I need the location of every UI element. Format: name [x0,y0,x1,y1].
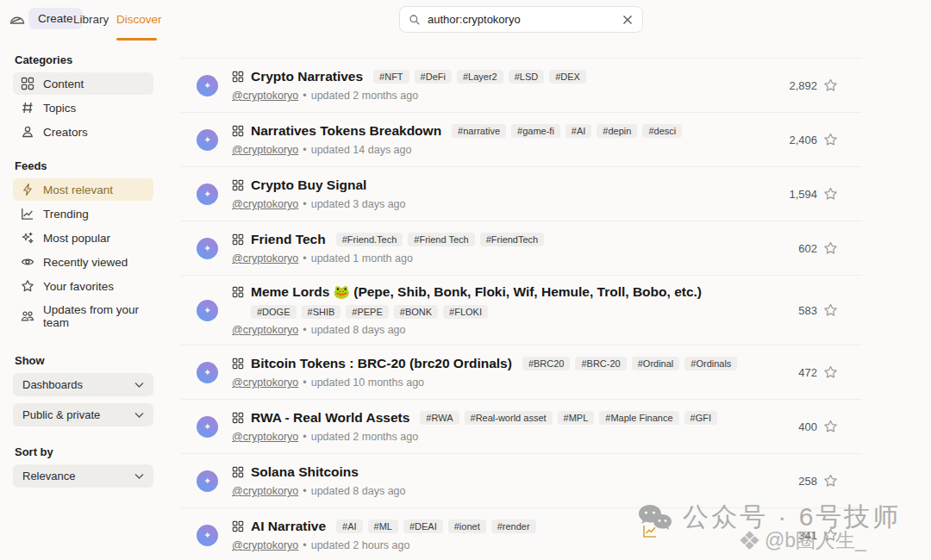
sidebar-item-content[interactable]: Content [13,72,153,95]
result-title[interactable]: Bitcoin Tokens : BRC-20 (brc20 Ordinals) [251,356,512,371]
sidebar-item-updates-from-your-team[interactable]: Updates from your team [13,299,153,333]
tag-chip[interactable]: #DEAI [403,520,443,533]
result-title[interactable]: Narratives Tokens Breakdown [251,123,441,139]
sidebar-item-label: Updates from your team [43,303,146,329]
sidebar-item-trending[interactable]: Trending [13,202,153,225]
tag-chip[interactable]: #DEX [549,70,586,84]
sort-dropdown-value: Relevance [22,470,75,482]
result-row[interactable]: ✦AI Narrative#AI#ML#DEAI#ionet#render@cr… [181,508,862,560]
star-icon[interactable] [823,528,838,543]
tag-chip[interactable]: #Friend Tech [408,233,474,246]
star-icon[interactable] [823,241,838,256]
result-title[interactable]: AI Narrative [251,519,326,534]
dashboard-grid-icon [232,125,244,137]
result-author-link[interactable]: @cryptokoryo [232,485,298,497]
result-author-link[interactable]: @cryptokoryo [232,539,298,551]
result-row[interactable]: ✦Friend Tech#Friend.Tech#Friend Tech#Fri… [181,221,862,276]
clear-search-icon[interactable] [622,14,634,26]
tag-chip[interactable]: #game-fi [511,124,560,138]
tag-chip[interactable]: #depin [597,124,637,138]
dashboards-dropdown[interactable]: Dashboards [13,373,153,396]
result-author-link[interactable]: @cryptokoryo [232,252,298,264]
result-author-link[interactable]: @cryptokoryo [232,324,298,336]
tag-chip[interactable]: #Ordinal [632,357,680,370]
tag-chip[interactable]: #ionet [448,520,486,533]
results-list: ✦Crypto Narratives#NFT#DeFi#Layer2#LSD#D… [181,58,862,560]
dashboard-grid-icon [232,520,244,532]
tag-chip[interactable]: #AI [565,124,592,138]
result-author-link[interactable]: @cryptokoryo [232,144,298,156]
tag-chip[interactable]: #Maple Finance [599,411,678,425]
grid-icon [21,77,34,90]
sidebar-item-most-relevant[interactable]: Most relevant [13,178,153,201]
result-author-link[interactable]: @cryptokoryo [232,198,298,210]
tag-chip[interactable]: #SHIB [302,305,341,319]
star-icon[interactable] [823,420,838,434]
tag-chip[interactable]: #FLOKI [443,305,488,319]
tag-chip[interactable]: #Layer2 [457,70,503,84]
star-count: 2,892 [789,79,817,92]
sidebar-item-recently-viewed[interactable]: Recently viewed [13,251,153,273]
star-icon[interactable] [823,78,838,93]
chevron-down-icon [134,473,144,480]
tag-chip[interactable]: #BONK [394,305,438,319]
result-row[interactable]: ✦Bitcoin Tokens : BRC-20 (brc20 Ordinals… [181,345,862,400]
sidebar-item-your-favorites[interactable]: Your favorites [13,275,153,297]
result-body: Crypto Narratives#NFT#DeFi#Layer2#LSD#DE… [232,69,862,102]
tag-chip[interactable]: #DeFi [415,70,452,84]
star-icon[interactable] [823,133,838,147]
visibility-dropdown[interactable]: Public & private [13,403,153,426]
tag-chip[interactable]: #DOGE [251,305,297,319]
result-row[interactable]: ✦Crypto Narratives#NFT#DeFi#Layer2#LSD#D… [181,59,862,113]
tag-chip[interactable]: #narrative [452,124,506,138]
search-input[interactable] [428,13,615,26]
tag-chip[interactable]: #BRC-20 [575,357,626,370]
tag-chip[interactable]: #RWA [420,411,459,425]
result-author-link[interactable]: @cryptokoryo [232,376,298,389]
tag-chip[interactable]: #Real-world asset [465,411,553,425]
result-title[interactable]: Friend Tech [251,232,326,247]
tag-chip[interactable]: #LSD [509,70,545,84]
tag-chip[interactable]: #FriendTech [480,233,545,246]
tag-chip[interactable]: #NFT [373,70,409,84]
search-box[interactable] [399,6,643,33]
result-row[interactable]: ✦Solana Shitcoins@cryptokoryo•updated 8 … [181,454,862,508]
avatar: ✦ [197,525,218,546]
result-title[interactable]: Solana Shitcoins [251,464,359,480]
result-title[interactable]: RWA - Real World Assets [251,410,409,426]
result-author-link[interactable]: @cryptokoryo [232,431,298,443]
star-icon[interactable] [823,303,838,318]
tag-chip[interactable]: #AI [336,520,363,533]
result-row[interactable]: ✦Narratives Tokens Breakdown#narrative#g… [181,113,862,167]
tag-chip[interactable]: #PEPE [346,305,388,319]
result-title[interactable]: Crypto Buy Signal [251,177,366,193]
tab-library[interactable]: Library [73,13,109,26]
result-body: Crypto Buy Signal@cryptokoryo•updated 3 … [232,177,862,210]
star-icon[interactable] [823,474,838,488]
sidebar-item-creators[interactable]: Creators [13,121,153,143]
star-count-block: 472 [798,365,838,380]
result-body: Friend Tech#Friend.Tech#Friend Tech#Frie… [232,232,862,264]
tab-discover[interactable]: Discover [116,13,162,26]
sidebar-item-most-popular[interactable]: Most popular [13,227,153,249]
app-logo-icon[interactable] [9,12,26,28]
result-author-link[interactable]: @cryptokoryo [232,90,298,102]
result-row[interactable]: ✦Meme Lords 🐸 (Pepe, Shib, Bonk, Floki, … [181,276,862,345]
sort-dropdown[interactable]: Relevance [13,464,153,488]
star-icon[interactable] [823,365,838,380]
tag-chip[interactable]: #render [491,520,536,533]
tag-chip[interactable]: #Friend.Tech [336,233,403,246]
result-body: Bitcoin Tokens : BRC-20 (brc20 Ordinals)… [232,356,862,389]
result-title[interactable]: Crypto Narratives [251,69,363,84]
tag-chip[interactable]: #GFI [684,411,717,425]
result-row[interactable]: ✦RWA - Real World Assets#RWA#Real-world … [181,400,862,454]
tag-chip[interactable]: #Ordinals [684,357,737,370]
sidebar-item-topics[interactable]: Topics [13,96,153,119]
tag-chip[interactable]: #BRC20 [522,357,571,370]
result-row[interactable]: ✦Crypto Buy Signal@cryptokoryo•updated 3… [181,167,862,221]
tag-chip[interactable]: #MPL [558,411,595,425]
star-icon[interactable] [823,187,838,202]
tag-chip[interactable]: #desci [642,124,682,138]
result-title[interactable]: Meme Lords 🐸 (Pepe, Shib, Bonk, Floki, W… [251,284,702,300]
tag-chip[interactable]: #ML [368,520,398,533]
